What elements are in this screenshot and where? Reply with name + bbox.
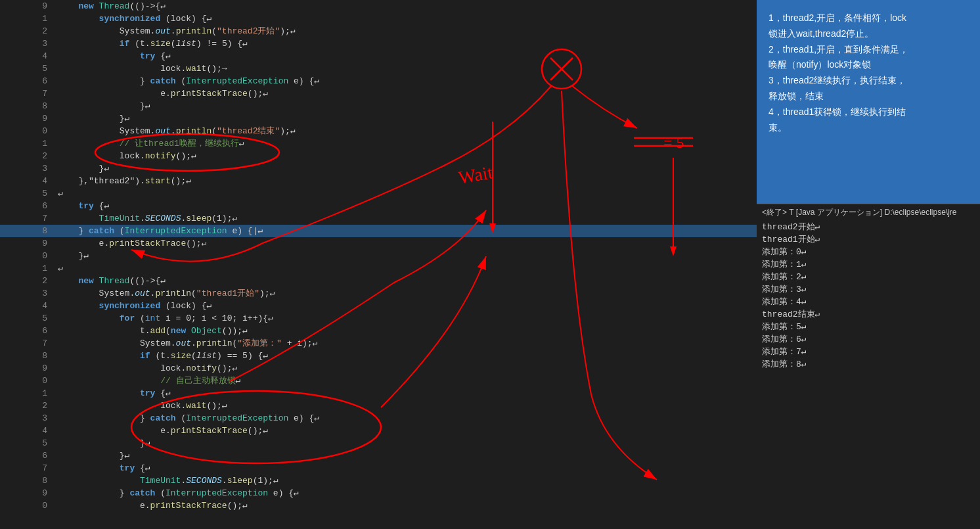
line-number: 2 [0,275,55,287]
annotation-line-3: 2，thread1,开启，直到条件满足， [768,42,968,58]
code-line: synchronized (lock) {↵ [55,300,757,312]
code-line: } catch (InterruptedException e) {|↵ [55,225,757,237]
line-number: 7 [0,462,55,474]
console-line-10: 添加第：7↵ [762,346,975,358]
annotation-line-1: 1，thread2,开启，条件相符，lock [768,11,968,26]
console-line-3: 添加第：1↵ [762,258,975,271]
annotation-line-7: 4，thread1获得锁，继续执行到结 [768,104,968,120]
code-line: for (int i = 0; i < 10; i++){↵ [55,312,757,325]
line-number: 9 [0,487,55,499]
line-number: 9 [0,237,55,250]
line-number: 1 [0,137,55,150]
code-line: lock.wait();→ [55,62,757,75]
line-number: 9 [0,112,55,125]
code-table: 9 new Thread(()->{↵ 1 synchronized (lock… [0,0,757,512]
code-line: System.out.println("thread2开始");↵ [55,25,757,37]
code-line: t.add(new Object());↵ [55,325,757,337]
code-line: try {↵ [55,462,757,474]
code-line: try {↵ [55,387,757,400]
annotation-line-2: 锁进入wait,thread2停止。 [768,26,968,42]
code-line: // 让thread1唤醒，继续执行↵ [55,137,757,150]
code-line: new Thread(()->{↵ [55,0,757,12]
code-line: TimeUnit.SECONDS.sleep(1);↵ [55,212,757,225]
line-number: 4 [0,50,55,62]
line-number: 5 [0,187,55,200]
code-line: try {↵ [55,200,757,212]
annotation-line-4: 唤醒（notify）lock对象锁 [768,57,968,73]
code-line: }↵ [55,100,757,112]
line-number: 6 [0,449,55,462]
code-line: }↵ [55,112,757,125]
console-line-11: 添加第：8↵ [762,358,975,371]
code-editor[interactable]: 9 new Thread(()->{↵ 1 synchronized (lock… [0,0,757,529]
code-line: },"thread2").start();↵ [55,175,757,187]
annotation-line-6: 释放锁，结束 [768,89,968,104]
line-number: 3 [0,412,55,425]
line-number: 9 [0,362,55,375]
console-header: <終了> T [Java アプリケーション] D:\eclipse\eclips… [762,207,975,218]
line-number: 5 [0,437,55,449]
code-line: ↵ [55,187,757,200]
annotation-box: 1，thread2,开启，条件相符，lock 锁进入wait,thread2停止… [757,0,980,204]
line-number: 3 [0,162,55,175]
annotation-line-5: 3，thread2继续执行，执行结束， [768,73,968,89]
line-number: 8 [0,350,55,362]
code-line: System.out.println("添加第：" + i);↵ [55,337,757,350]
code-line: lock.notify();↵ [55,362,757,375]
code-line: }↵ [55,449,757,462]
line-number: 5 [0,312,55,325]
line-number: 3 [0,287,55,300]
code-line: new Thread(()->{↵ [55,275,757,287]
console-line-5: 添加第：3↵ [762,283,975,296]
line-number: 4 [0,175,55,187]
console-line-0: thread2开始↵ [762,221,975,233]
code-line: synchronized (lock) {↵ [55,12,757,25]
line-number: 6 [0,325,55,337]
line-number: 4 [0,425,55,437]
line-number: 7 [0,337,55,350]
line-number: 1 [0,387,55,400]
code-line: }↵ [55,162,757,175]
code-line: } catch (InterruptedException e) {↵ [55,75,757,87]
code-line: e.printStackTrace();↵ [55,499,757,512]
line-number: 0 [0,125,55,137]
line-number: 0 [0,250,55,262]
line-number: 1 [0,262,55,275]
line-number: 9 [0,0,55,12]
code-line: }↵ [55,250,757,262]
line-number: 0 [0,499,55,512]
line-number: 2 [0,150,55,162]
line-number: 7 [0,87,55,100]
line-number: 2 [0,400,55,412]
line-number: 0 [0,375,55,387]
code-line: System.out.println("thread2结束");↵ [55,125,757,137]
console-line-6: 添加第：4↵ [762,296,975,308]
console-line-1: thread1开始↵ [762,233,975,246]
line-number: 7 [0,212,55,225]
code-line: TimeUnit.SECONDS.sleep(1);↵ [55,474,757,487]
line-number: 6 [0,75,55,87]
annotation-line-8: 束。 [768,120,968,136]
right-panel: 1，thread2,开启，条件相符，lock 锁进入wait,thread2停止… [757,0,980,529]
main-container: 9 new Thread(()->{↵ 1 synchronized (lock… [0,0,980,529]
code-line: e.printStackTrace();↵ [55,425,757,437]
line-number: 6 [0,200,55,212]
code-line: } catch (InterruptedException e) {↵ [55,412,757,425]
code-line: // 自己主动释放锁↵ [55,375,757,387]
code-line: }↵ [55,437,757,449]
code-line: lock.wait();↵ [55,400,757,412]
console-box: <終了> T [Java アプリケーション] D:\eclipse\eclips… [757,204,980,529]
line-number: 2 [0,25,55,37]
console-line-2: 添加第：0↵ [762,246,975,258]
code-line: e.printStackTrace();↵ [55,237,757,250]
line-number: 8 [0,474,55,487]
console-line-7: thread2结束↵ [762,308,975,321]
code-line: e.printStackTrace();↵ [55,87,757,100]
line-number: 8 [0,100,55,112]
line-number: 8 [0,225,55,237]
code-line: try {↵ [55,50,757,62]
code-line: if (t.size(list) == 5) {↵ [55,350,757,362]
line-number: 4 [0,300,55,312]
line-number: 5 [0,62,55,75]
console-line-4: 添加第：2↵ [762,271,975,283]
